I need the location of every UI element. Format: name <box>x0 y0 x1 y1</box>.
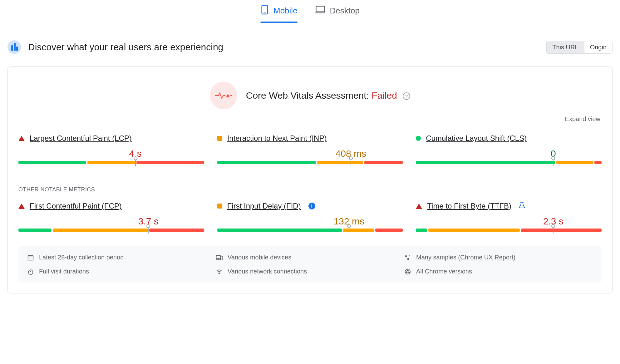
other-metrics-label: OTHER NOTABLE METRICS <box>18 186 602 193</box>
vitals-card: Core Web Vitals Assessment: Failed ? Exp… <box>7 66 613 293</box>
bar-needle <box>134 156 137 160</box>
chrome-icon <box>404 268 411 275</box>
expand-view-link[interactable]: Expand view <box>18 116 600 123</box>
bar-poor <box>375 229 403 232</box>
footer-samples-suffix: ) <box>513 254 515 261</box>
metric-fcp-bar <box>18 229 204 232</box>
metric-ttfb: Time to First Byte (TTFB) 2.3 s <box>416 202 602 232</box>
svg-point-14 <box>405 255 407 257</box>
scatter-icon <box>404 254 411 261</box>
metric-fcp: First Contentful Paint (FCP) 3.7 s <box>18 202 204 232</box>
bar-poor <box>149 229 204 232</box>
bar-average <box>556 161 593 164</box>
metric-fcp-name[interactable]: First Contentful Paint (FCP) <box>30 202 122 210</box>
good-circle-icon <box>416 136 421 141</box>
footer-samples: Many samples (Chrome UX Report) <box>404 254 593 261</box>
pulse-badge-icon <box>210 82 237 109</box>
metric-lcp: Largest Contentful Paint (LCP) 4 s <box>18 134 204 164</box>
svg-marker-4 <box>226 94 230 97</box>
svg-rect-5 <box>230 95 232 96</box>
section-title: Discover what your real users are experi… <box>28 42 223 52</box>
metric-fid-name[interactable]: First Input Delay (FID) <box>227 202 301 210</box>
bar-poor <box>364 161 403 164</box>
metric-cls-bar <box>416 161 602 164</box>
assessment-text: Core Web Vitals Assessment: Failed ? <box>246 90 410 101</box>
tab-desktop[interactable]: Desktop <box>315 5 360 22</box>
svg-rect-2 <box>316 6 324 12</box>
metric-lcp-name[interactable]: Largest Contentful Paint (LCP) <box>30 134 132 143</box>
svg-line-25 <box>409 272 410 273</box>
metric-inp: Interaction to Next Paint (INP) 408 ms <box>217 134 403 164</box>
footer-versions: All Chrome versions <box>404 268 593 275</box>
footer-samples-prefix: Many samples ( <box>416 254 460 261</box>
mobile-icon <box>260 4 269 17</box>
bar-poor <box>521 229 602 232</box>
footer-durations-text: Full visit durations <box>39 268 89 275</box>
svg-point-20 <box>219 273 220 274</box>
footer-connections-text: Various network connections <box>228 268 307 275</box>
fail-triangle-icon <box>18 204 25 209</box>
scope-origin[interactable]: Origin <box>584 41 612 53</box>
footer-devices: Various mobile devices <box>216 254 404 261</box>
fail-triangle-icon <box>416 204 422 209</box>
other-metrics-grid: First Contentful Paint (FCP) 3.7 s First… <box>18 202 602 232</box>
info-icon[interactable]: i <box>308 203 315 209</box>
help-icon[interactable]: ? <box>403 92 410 100</box>
bar-needle <box>349 156 353 160</box>
tab-mobile-label: Mobile <box>273 6 298 16</box>
bar-poor <box>594 161 602 164</box>
footer-connections: Various network connections <box>216 268 404 275</box>
bar-good <box>18 229 52 232</box>
bar-average <box>87 161 135 164</box>
stopwatch-icon <box>27 268 34 275</box>
bar-needle <box>551 224 555 228</box>
metric-fid: First Input Delay (FID) i 132 ms <box>217 202 403 232</box>
bar-average <box>343 229 374 232</box>
footer-period-text: Latest 28-day collection period <box>39 254 124 261</box>
metric-cls-name[interactable]: Cumulative Layout Shift (CLS) <box>426 134 527 143</box>
metric-cls: Cumulative Layout Shift (CLS) 0 <box>416 134 602 164</box>
tab-mobile[interactable]: Mobile <box>260 4 298 23</box>
metric-lcp-bar <box>18 161 204 164</box>
footer-period: Latest 28-day collection period <box>27 254 216 261</box>
bar-needle <box>551 156 555 160</box>
bar-average <box>428 229 520 232</box>
scope-this-url[interactable]: This URL <box>547 41 584 53</box>
core-metrics-grid: Largest Contentful Paint (LCP) 4 s Inter… <box>18 134 602 164</box>
bar-needle <box>347 224 351 228</box>
metric-fid-bar <box>217 229 403 232</box>
assessment-status: Failed <box>372 90 397 101</box>
device-tabs: Mobile Desktop <box>7 0 613 29</box>
tab-desktop-label: Desktop <box>330 6 360 16</box>
svg-point-17 <box>28 270 33 274</box>
metric-ttfb-bar <box>416 229 602 232</box>
calendar-icon <box>27 254 34 261</box>
footer-devices-text: Various mobile devices <box>228 254 291 261</box>
bar-needle <box>146 224 150 228</box>
average-square-icon <box>217 136 222 141</box>
metric-ttfb-name[interactable]: Time to First Byte (TTFB) <box>427 202 511 210</box>
svg-line-24 <box>406 272 407 273</box>
section-header: Discover what your real users are experi… <box>7 40 613 54</box>
experimental-flask-icon <box>519 202 525 210</box>
bar-good <box>217 229 342 232</box>
desktop-icon <box>315 5 326 17</box>
bar-average <box>53 229 148 232</box>
svg-point-16 <box>407 258 409 260</box>
bar-good <box>18 161 86 164</box>
svg-rect-13 <box>220 256 222 260</box>
field-data-icon <box>7 40 21 54</box>
divider <box>18 177 602 177</box>
footer-versions-text: All Chrome versions <box>416 268 472 275</box>
scope-segmented-control: This URL Origin <box>546 41 613 54</box>
metric-inp-name[interactable]: Interaction to Next Paint (INP) <box>227 134 327 143</box>
bar-good <box>416 161 555 164</box>
average-square-icon <box>217 204 222 209</box>
footer-durations: Full visit durations <box>27 268 216 275</box>
assessment-row: Core Web Vitals Assessment: Failed ? <box>18 82 602 109</box>
svg-rect-11 <box>216 255 221 258</box>
bar-poor <box>136 161 204 164</box>
wifi-icon <box>216 268 223 275</box>
svg-point-15 <box>409 255 410 256</box>
chrome-ux-report-link[interactable]: Chrome UX Report <box>460 254 513 261</box>
